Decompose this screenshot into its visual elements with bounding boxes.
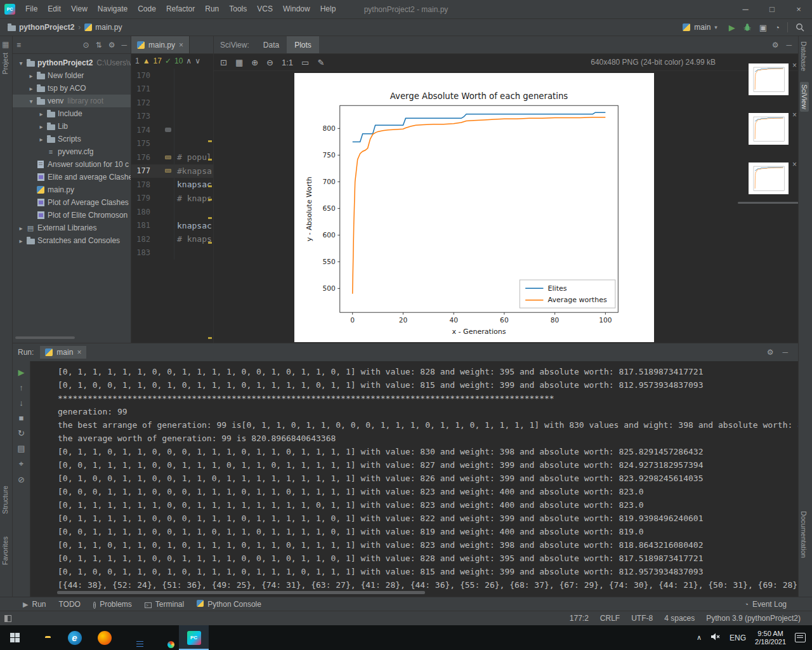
edit-plot-icon[interactable]: ✎ bbox=[317, 58, 324, 67]
tool-window-tab-todo[interactable]: TODO bbox=[52, 597, 86, 611]
fit-to-screen-icon[interactable]: ⊡ bbox=[220, 58, 227, 67]
plot-thumbnail-1[interactable] bbox=[749, 63, 789, 95]
print-icon[interactable]: ▤ bbox=[17, 444, 25, 453]
action-center-icon[interactable] bbox=[795, 633, 806, 642]
search-everywhere-button[interactable] bbox=[796, 23, 804, 32]
stripe-warning-mark[interactable] bbox=[208, 185, 212, 187]
menu-navigate[interactable]: Navigate bbox=[93, 4, 133, 13]
rerun-icon[interactable]: ▶ bbox=[18, 368, 25, 377]
python-interpreter[interactable]: Python 3.9 (pythonProject2) bbox=[706, 614, 801, 623]
menu-edit[interactable]: Edit bbox=[43, 4, 66, 13]
project-horizontal-scrollbar[interactable] bbox=[15, 336, 75, 339]
editor-tab-main-py[interactable]: main.py × bbox=[131, 36, 190, 53]
sciview-hide-icon[interactable]: ─ bbox=[786, 41, 792, 50]
tool-tab-favorites[interactable]: Favorites bbox=[1, 536, 9, 565]
tool-tab-database[interactable]: Database bbox=[800, 41, 808, 71]
tree-item-plot-of-elite-chromoson[interactable]: Plot of Elite Chromoson bbox=[13, 209, 131, 222]
tree-item-pythonproject2[interactable]: ▾pythonProject2C:\Users\v bbox=[13, 56, 131, 69]
stop-icon[interactable]: ■ bbox=[19, 413, 24, 423]
prev-problem-icon[interactable]: ∧ bbox=[186, 56, 192, 65]
zoom-in-icon[interactable]: ⊕ bbox=[251, 58, 258, 67]
stripe-warning-mark[interactable] bbox=[208, 159, 212, 161]
sciview-tab-plots[interactable]: Plots bbox=[287, 36, 319, 53]
editor-line-171[interactable]: 171 bbox=[131, 83, 213, 96]
project-tool-icon[interactable]: ▦ bbox=[2, 40, 9, 49]
tool-window-tab-python-console[interactable]: Python Console bbox=[190, 597, 268, 611]
tool-tab-documentation[interactable]: Documentation bbox=[800, 511, 808, 558]
down-icon[interactable]: ↓ bbox=[19, 398, 23, 408]
selection-icon[interactable]: ▭ bbox=[301, 58, 309, 67]
editor-line-179[interactable]: 179# knaps bbox=[131, 192, 213, 206]
tree-item-scratches-and-consoles[interactable]: ▸Scratches and Consoles bbox=[13, 234, 131, 247]
locate-file-icon[interactable]: ⊙ bbox=[83, 41, 89, 50]
debug-button[interactable] bbox=[743, 23, 752, 32]
chevron-right-icon[interactable]: ▸ bbox=[16, 237, 25, 244]
hide-panel-icon[interactable]: ─ bbox=[121, 41, 127, 50]
console-horizontal-scrollbar[interactable] bbox=[57, 591, 425, 594]
tool-window-tab-run[interactable]: ▶Run bbox=[16, 597, 52, 611]
menu-file[interactable]: File bbox=[20, 4, 43, 13]
zoom-out-icon[interactable]: ⊖ bbox=[266, 58, 273, 67]
coverage-button[interactable]: ▣ bbox=[759, 23, 767, 32]
tool-tab-structure[interactable]: Structure bbox=[1, 486, 9, 514]
editor-error-stripe[interactable] bbox=[207, 69, 213, 343]
close-window-icon[interactable]: × bbox=[785, 0, 812, 18]
menu-help[interactable]: Help bbox=[315, 4, 341, 13]
menu-view[interactable]: View bbox=[66, 4, 93, 13]
tree-item-scripts[interactable]: ▸Scripts bbox=[13, 133, 131, 145]
run-hide-icon[interactable]: ─ bbox=[782, 348, 788, 357]
file-encoding[interactable]: UTF-8 bbox=[631, 614, 653, 623]
breadcrumb-project[interactable]: pythonProject2 bbox=[8, 23, 74, 32]
tree-item-tsp-by-aco[interactable]: ▸tsp by ACO bbox=[13, 82, 131, 95]
up-icon[interactable]: ↑ bbox=[19, 383, 23, 392]
editor-line-183[interactable]: 183 bbox=[131, 246, 213, 260]
chevron-down-icon[interactable]: ▾ bbox=[16, 60, 25, 67]
menu-refactor[interactable]: Refactor bbox=[161, 4, 200, 13]
volume-icon[interactable] bbox=[710, 632, 721, 643]
tool-window-toggle-icon[interactable] bbox=[4, 615, 11, 622]
menu-run[interactable]: Run bbox=[200, 4, 224, 13]
pin-icon[interactable]: ⌖ bbox=[19, 459, 23, 469]
run-tab-main[interactable]: main × bbox=[40, 346, 86, 359]
tree-item-main-py[interactable]: main.py bbox=[13, 183, 131, 196]
tree-item-pyvenv-cfg[interactable]: ≡pyvenv.cfg bbox=[13, 145, 131, 158]
editor-line-176[interactable]: 176# popul bbox=[131, 150, 213, 164]
hidden-icons-chevron[interactable]: ∧ bbox=[697, 633, 702, 642]
editor-line-180[interactable]: 180 bbox=[131, 205, 213, 219]
close-run-tab-icon[interactable]: × bbox=[77, 348, 81, 357]
next-problem-icon[interactable]: ∨ bbox=[195, 56, 200, 65]
close-thumbnail-icon[interactable]: × bbox=[792, 110, 797, 119]
restore-icon[interactable]: ↻ bbox=[18, 428, 25, 438]
run-configuration-select[interactable]: main ▾ bbox=[679, 22, 721, 33]
taskbar-app-edge[interactable]: e bbox=[60, 625, 89, 650]
tool-window-tab-problems[interactable]: !Problems bbox=[87, 597, 138, 611]
close-tab-icon[interactable]: × bbox=[179, 41, 183, 50]
clear-icon[interactable]: ⊘ bbox=[18, 475, 25, 484]
menu-code[interactable]: Code bbox=[133, 4, 161, 13]
caret-position[interactable]: 177:2 bbox=[570, 614, 589, 623]
stripe-warning-mark[interactable] bbox=[208, 242, 212, 244]
stripe-warning-mark[interactable] bbox=[208, 217, 212, 219]
language-indicator[interactable]: ENG bbox=[730, 633, 746, 642]
editor-line-181[interactable]: 181knapsac bbox=[131, 219, 213, 233]
tree-item-plot-of-average-clashes[interactable]: Plot of Average Clashes bbox=[13, 196, 131, 209]
thumbnail-scrollbar[interactable] bbox=[738, 202, 798, 204]
chevron-down-icon[interactable]: ▾ bbox=[27, 98, 36, 105]
line-ending[interactable]: CRLF bbox=[600, 614, 620, 623]
chevron-right-icon[interactable]: ▸ bbox=[27, 85, 36, 92]
tree-item-venv[interactable]: ▾venvlibrary root bbox=[13, 95, 131, 107]
editor-line-178[interactable]: 178knapsac bbox=[131, 178, 213, 192]
maximize-window-icon[interactable]: □ bbox=[759, 0, 785, 18]
editor-line-174[interactable]: 174 bbox=[131, 123, 213, 137]
breadcrumb-file[interactable]: main.py bbox=[84, 23, 122, 32]
editor-line-177[interactable]: 177#knapsa bbox=[131, 164, 213, 178]
tree-item-elite-and-average-clashe[interactable]: Elite and average Clashe bbox=[13, 171, 131, 183]
tool-tab-project[interactable]: Project bbox=[1, 53, 9, 74]
taskbar-app-firefox[interactable] bbox=[89, 625, 119, 650]
event-log-button[interactable]: ◔ Event Log bbox=[744, 600, 796, 609]
grid-view-icon[interactable]: ▦ bbox=[235, 58, 243, 67]
sciview-settings-icon[interactable]: ⚙ bbox=[772, 41, 779, 50]
menu-window[interactable]: Window bbox=[278, 4, 315, 13]
taskbar-app-pycharm[interactable]: PC bbox=[179, 625, 209, 650]
menu-vcs[interactable]: VCS bbox=[252, 4, 278, 13]
